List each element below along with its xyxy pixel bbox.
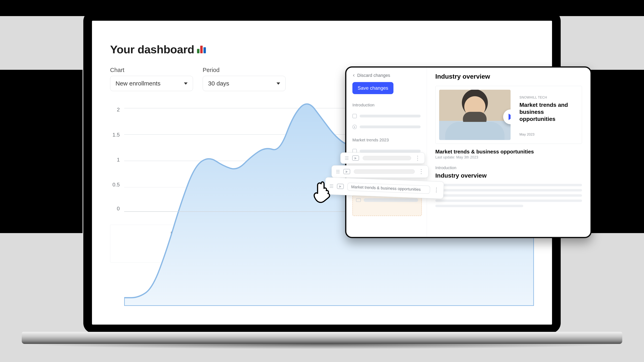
- body-placeholder: [435, 184, 582, 207]
- video-icon: [343, 169, 350, 174]
- lesson-card-title: Market trends & business opportunities: [347, 183, 430, 194]
- lesson-card[interactable]: ⋮: [340, 152, 425, 164]
- save-label: Save changes: [358, 85, 388, 91]
- page-title-text: Your dashboard: [110, 43, 194, 56]
- course-updated: Last update: May 3th 2023: [435, 155, 582, 159]
- video-icon: [337, 184, 344, 189]
- lesson-card-active[interactable]: Market trends & business opportunities ⋮: [325, 177, 444, 199]
- lesson-item[interactable]: [352, 114, 420, 118]
- period-select-value: 30 days: [208, 80, 229, 87]
- period-select-label: Period: [203, 67, 286, 73]
- backdrop-left: [0, 70, 82, 233]
- cursor-hand-icon: [311, 180, 333, 204]
- section-introduction: Introduction: [352, 103, 420, 107]
- lesson-card[interactable]: ⋮: [332, 165, 428, 178]
- editor-page-title: Industry overview: [435, 73, 582, 80]
- page-title: Your dashboard: [110, 43, 534, 56]
- y-tick: 1: [117, 156, 120, 163]
- video-icon: [352, 125, 357, 129]
- chevron-left-icon: [352, 74, 355, 77]
- more-icon[interactable]: ⋮: [434, 190, 439, 190]
- drag-handle-icon[interactable]: [345, 156, 348, 160]
- hero-meta: SNOWHILL TECH Market trends and business…: [520, 90, 576, 140]
- save-changes-button[interactable]: Save changes: [352, 82, 394, 94]
- dragging-lesson-stack: ⋮ ⋮ Market trends & business opportuniti…: [325, 152, 444, 213]
- video-icon: [352, 155, 359, 161]
- y-tick: 0.5: [112, 182, 120, 188]
- discard-label: Discard changes: [357, 73, 390, 78]
- hero-thumbnail[interactable]: [439, 90, 510, 140]
- y-axis: 2 1.5 1 0.5 0: [112, 103, 121, 212]
- chart-select[interactable]: New enrollments: [110, 76, 193, 91]
- discard-changes-button[interactable]: Discard changes: [352, 73, 420, 78]
- period-control: Period 30 days: [203, 67, 286, 91]
- chart-control: Chart New enrollments: [110, 67, 193, 91]
- lesson-item[interactable]: [352, 125, 420, 129]
- caret-down-icon: [184, 82, 188, 85]
- caret-down-icon: [276, 82, 280, 85]
- play-button[interactable]: [503, 109, 510, 124]
- bar-chart-icon: [197, 46, 206, 53]
- hero-title: Market trends and business opportunities: [520, 101, 576, 122]
- monitor-stand: [22, 332, 622, 344]
- y-tick: 0: [117, 205, 120, 212]
- hero-card: SNOWHILL TECH Market trends and business…: [435, 86, 582, 144]
- hero-brand: SNOWHILL TECH: [520, 96, 576, 99]
- drag-handle-icon[interactable]: [336, 170, 340, 173]
- hero-date: May 2023: [520, 132, 576, 137]
- chart-select-value: New enrollments: [116, 80, 160, 87]
- editor-main: Industry overview SNOWHILL TECH Market t…: [427, 67, 590, 237]
- chart-select-label: Chart: [110, 67, 193, 73]
- course-title: Market trends & business opportunities: [435, 149, 582, 155]
- text-icon: [352, 114, 357, 118]
- course-intro-label: Introduction: [435, 166, 582, 170]
- y-tick: 1.5: [112, 131, 120, 138]
- y-tick: 2: [117, 107, 120, 113]
- period-select[interactable]: 30 days: [203, 76, 286, 91]
- course-heading: Industry overview: [435, 172, 582, 179]
- section-trends: Market trends 2023: [352, 138, 420, 142]
